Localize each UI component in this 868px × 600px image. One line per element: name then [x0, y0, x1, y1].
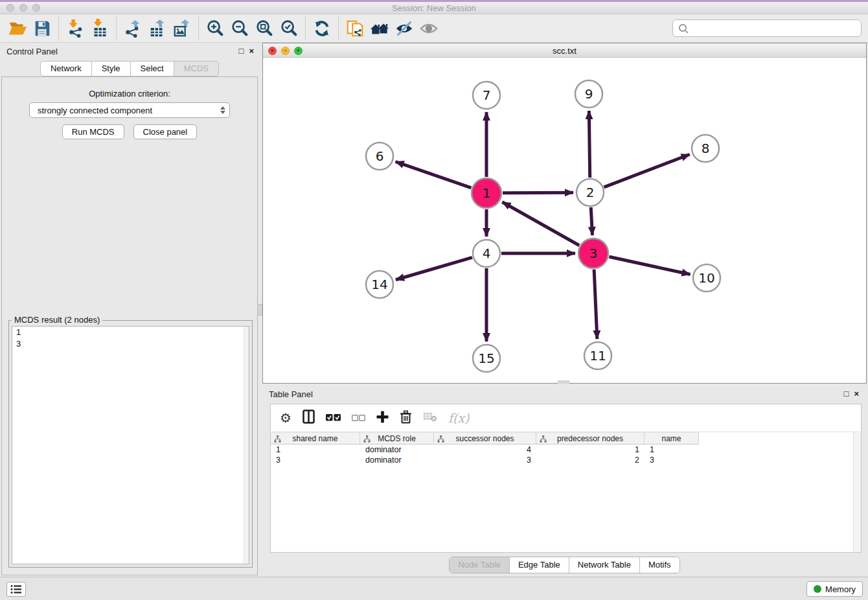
table-scrollbar[interactable]	[853, 432, 861, 552]
tab-select[interactable]: Select	[131, 61, 174, 76]
optimization-criterion-select[interactable]: strongly connected component	[29, 102, 230, 118]
column-header-successor-nodes[interactable]: successor nodes	[434, 432, 536, 444]
graph-node-label: 14	[371, 277, 387, 292]
graph-edge[interactable]	[609, 257, 690, 274]
window-title: Session: New Session	[0, 3, 868, 13]
delete-table-button[interactable]	[423, 411, 437, 424]
graph-edge[interactable]	[396, 161, 472, 187]
export-table-button[interactable]	[145, 16, 170, 41]
clone-network-button[interactable]	[343, 16, 367, 41]
cell-name[interactable]: 1	[645, 444, 699, 455]
network-window-titlebar[interactable]: × − + scc.txt	[263, 43, 866, 58]
table-header-row: shared name MCDS role	[271, 432, 853, 444]
float-panel-icon[interactable]: □	[239, 46, 244, 56]
cell-predecessor-nodes[interactable]: 1	[536, 444, 645, 455]
column-header-mcds-role[interactable]: MCDS role	[360, 432, 434, 444]
home-button[interactable]	[367, 16, 392, 41]
node-table-content: ⚙	[270, 404, 862, 553]
column-type-icon	[363, 435, 371, 443]
cell-successor-nodes[interactable]: 3	[434, 455, 536, 465]
run-mcds-button[interactable]: Run MCDS	[62, 124, 124, 139]
trash-icon	[400, 410, 412, 424]
graph-node-label: 10	[698, 270, 714, 286]
search-field[interactable]	[672, 19, 862, 37]
cell-name[interactable]: 3	[645, 455, 699, 465]
table-row[interactable]: 1 dominator 4 1 1	[271, 444, 853, 455]
zoom-selected-icon	[279, 19, 299, 38]
zoom-out-button[interactable]	[227, 16, 252, 41]
tab-edge-table[interactable]: Edge Table	[509, 557, 569, 573]
zoom-fit-button[interactable]	[252, 16, 277, 41]
unselect-all-columns-button[interactable]	[352, 412, 365, 424]
delete-column-button[interactable]	[400, 410, 412, 426]
task-history-button[interactable]	[6, 582, 26, 597]
mcds-result-item[interactable]: 3	[12, 338, 249, 350]
mcds-result-list[interactable]: 1 3	[12, 326, 249, 564]
column-header-name[interactable]: name	[645, 432, 699, 444]
delete-table-icon	[423, 411, 437, 422]
graph-edge[interactable]	[502, 202, 579, 246]
graph-canvas[interactable]: 7968124314101511	[263, 58, 866, 383]
cell-successor-nodes[interactable]: 4	[434, 444, 536, 455]
graph-node-label: 2	[586, 185, 595, 200]
zoom-in-button[interactable]	[203, 16, 227, 41]
search-input[interactable]	[689, 20, 861, 36]
open-folder-icon	[8, 19, 27, 38]
memory-button[interactable]: Memory	[806, 581, 863, 597]
graph-edge[interactable]	[589, 111, 589, 178]
select-all-columns-button[interactable]	[326, 412, 341, 424]
tab-style[interactable]: Style	[92, 61, 131, 76]
float-panel-icon[interactable]: □	[844, 389, 849, 398]
tab-network[interactable]: Network	[40, 61, 92, 76]
import-table-button[interactable]	[87, 16, 112, 41]
mcds-result-scrollbar[interactable]	[243, 327, 249, 564]
graph-node-label: 8	[702, 141, 710, 156]
tab-motifs[interactable]: Motifs	[639, 557, 680, 573]
cell-shared-name[interactable]: 3	[271, 455, 360, 465]
column-type-icon	[437, 435, 444, 443]
tab-mcds[interactable]: MCDS	[174, 61, 219, 76]
column-header-shared-name[interactable]: shared name	[271, 432, 360, 444]
cell-shared-name[interactable]: 1	[271, 444, 360, 455]
hide-graphics-button[interactable]	[392, 16, 417, 41]
mcds-result-group: MCDS result (2 nodes) 1 3	[8, 320, 253, 568]
tab-node-table[interactable]: Node Table	[450, 557, 509, 573]
memory-label: Memory	[825, 584, 856, 594]
cell-predecessor-nodes[interactable]: 2	[536, 455, 645, 465]
graph-edge[interactable]	[396, 257, 472, 279]
tab-network-table[interactable]: Network Table	[569, 557, 639, 573]
graph-node-label: 11	[589, 348, 606, 363]
zoom-selected-button[interactable]	[277, 16, 301, 41]
cell-mcds-role[interactable]: dominator	[360, 455, 434, 465]
mcds-result-item[interactable]: 1	[12, 327, 249, 338]
graph-edge[interactable]	[604, 154, 689, 187]
panel-splitter-handle[interactable]	[258, 304, 262, 316]
close-panel-icon[interactable]: ×	[249, 46, 254, 56]
import-table-icon	[90, 19, 109, 38]
graph-edge[interactable]	[591, 207, 592, 235]
network-view-window: × − + scc.txt 7968124314101511	[262, 43, 867, 384]
add-column-button[interactable]	[376, 411, 389, 426]
memory-status-icon	[814, 585, 821, 593]
application-window: Session: New Session	[0, 0, 868, 600]
table-row[interactable]: 3 dominator 3 2 3	[271, 455, 853, 465]
column-header-predecessor-nodes[interactable]: predecessor nodes	[536, 432, 645, 444]
refresh-button[interactable]	[310, 16, 334, 41]
close-panel-button[interactable]: Close panel	[133, 124, 198, 139]
export-image-button[interactable]	[170, 16, 194, 41]
graph-edge[interactable]	[594, 270, 597, 339]
open-file-button[interactable]	[5, 16, 30, 41]
cell-mcds-role[interactable]: dominator	[360, 444, 434, 455]
column-view-button[interactable]	[303, 410, 315, 426]
select-stepper-icon	[220, 106, 225, 114]
zoom-in-icon	[205, 19, 225, 38]
panel-splitter-handle[interactable]	[558, 380, 569, 384]
export-network-button[interactable]	[120, 16, 145, 41]
graph-edge[interactable]	[503, 192, 573, 193]
import-network-button[interactable]	[63, 16, 87, 41]
function-builder-button[interactable]: f(x)	[448, 411, 470, 425]
table-options-button[interactable]: ⚙	[280, 411, 291, 424]
show-graphics-button[interactable]	[417, 16, 441, 41]
close-panel-icon[interactable]: ×	[854, 389, 859, 398]
save-session-button[interactable]	[30, 16, 54, 41]
